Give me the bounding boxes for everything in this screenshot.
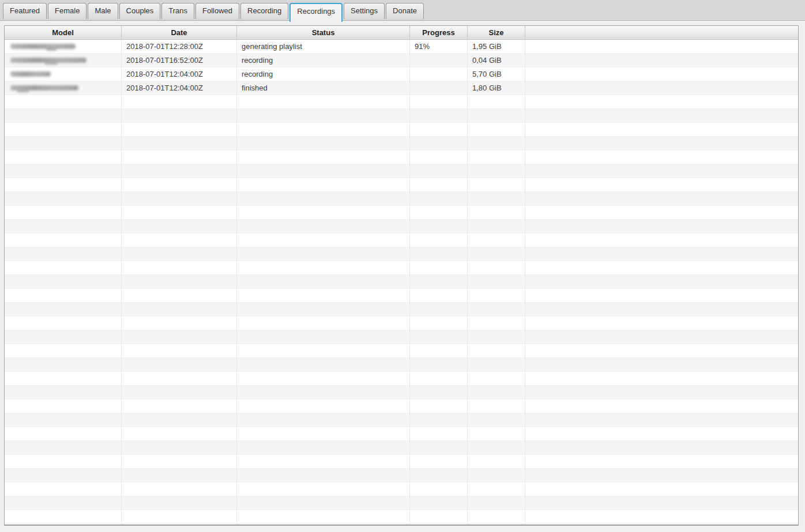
cell-model [5,510,122,524]
column-header-size[interactable]: Size [468,26,525,39]
cell-model[interactable] [5,81,122,95]
table-row[interactable]: 2018-07-01T16:52:00Z recording 0,04 GiB [5,54,798,67]
table-row-empty [5,164,798,178]
cell-model [5,289,122,303]
cell-size[interactable]: 0,04 GiB [468,54,525,67]
cell-size [468,441,525,455]
cell-status [237,192,410,206]
cell-model [5,95,122,109]
table-row-empty [5,289,798,303]
cell-progress[interactable] [410,67,468,81]
cell-status[interactable]: recording [237,54,410,67]
table-row-empty [5,95,798,109]
cell-size [468,289,525,303]
table-row[interactable]: 2018-07-01T12:04:00Z recording 5,70 GiB [5,67,798,81]
cell-date[interactable]: 2018-07-01T16:52:00Z [122,54,237,67]
cell-date [122,386,237,399]
recordings-table: ModelDateStatusProgressSize 2018-07-01T1… [4,25,799,526]
cell-progress [410,455,468,469]
cell-status[interactable]: recording [237,67,410,81]
redacted-model-name [7,54,121,67]
cell-size [468,220,525,233]
cell-date [122,372,237,386]
cell-model [5,206,122,220]
cell-model[interactable] [5,40,122,54]
cell-progress[interactable]: 91% [410,40,468,54]
tab-followed[interactable]: Followed [195,3,239,19]
cell-status [237,455,410,469]
cell-model [5,192,122,206]
cell-filler [525,275,798,289]
cell-size [468,413,525,427]
cell-date[interactable]: 2018-07-01T12:28:00Z [122,40,237,54]
cell-status [237,441,410,455]
cell-model [5,344,122,358]
tab-recording[interactable]: Recording [240,3,288,19]
cell-date [122,275,237,289]
cell-size [468,455,525,469]
cell-size[interactable]: 1,80 GiB [468,81,525,95]
table-row[interactable]: 2018-07-01T12:28:00Z generating playlist… [5,40,798,54]
cell-filler [525,510,798,524]
table-row[interactable]: 2018-07-01T12:04:00Z finished 1,80 GiB [5,81,798,95]
tab-featured[interactable]: Featured [3,3,47,19]
cell-progress[interactable] [410,81,468,95]
cell-progress [410,261,468,275]
cell-progress [410,441,468,455]
cell-model[interactable] [5,67,122,81]
column-header-model[interactable]: Model [5,26,122,39]
tab-male[interactable]: Male [88,3,118,19]
cell-status [237,123,410,137]
cell-size [468,496,525,510]
tab-label: Couples [126,6,154,15]
cell-filler [525,220,798,233]
tab-donate[interactable]: Donate [386,3,424,19]
cell-date [122,164,237,178]
table-row-empty [5,220,798,233]
column-header-status[interactable]: Status [237,26,410,39]
cell-date[interactable]: 2018-07-01T12:04:00Z [122,81,237,95]
table-body: 2018-07-01T12:28:00Z generating playlist… [5,40,798,524]
cell-model [5,164,122,178]
cell-model[interactable] [5,54,122,67]
cell-filler [525,482,798,496]
cell-filler [525,427,798,441]
column-header-progress[interactable]: Progress [410,26,468,39]
column-header-date[interactable]: Date [122,26,237,39]
tab-trans[interactable]: Trans [161,3,194,19]
column-header-filler [525,26,798,39]
cell-model [5,496,122,510]
table-header: ModelDateStatusProgressSize [5,26,798,40]
cell-filler [525,233,798,247]
redacted-model-name [7,67,121,81]
table-row-empty [5,123,798,137]
tab-label: Followed [202,6,232,15]
cell-filler [525,372,798,386]
tab-couples[interactable]: Couples [119,3,161,19]
tab-recordings[interactable]: Recordings [289,3,343,22]
redacted-model-name [7,40,121,53]
cell-status [237,469,410,482]
cell-status [237,358,410,372]
cell-size[interactable]: 5,70 GiB [468,67,525,81]
cell-size [468,510,525,524]
cell-model [5,178,122,192]
cell-status[interactable]: generating playlist [237,40,410,54]
cell-date[interactable]: 2018-07-01T12:04:00Z [122,67,237,81]
cell-status [237,233,410,247]
cell-size[interactable]: 1,95 GiB [468,40,525,54]
cell-size [468,95,525,109]
cell-status [237,330,410,344]
cell-size [468,330,525,344]
cell-status[interactable]: finished [237,81,410,95]
cell-progress [410,95,468,109]
cell-filler [525,469,798,482]
tab-female[interactable]: Female [48,3,86,19]
cell-progress [410,413,468,427]
cell-date [122,192,237,206]
cell-progress[interactable] [410,54,468,67]
cell-size [468,178,525,192]
cell-progress [410,482,468,496]
cell-size [468,275,525,289]
tab-settings[interactable]: Settings [344,3,385,19]
